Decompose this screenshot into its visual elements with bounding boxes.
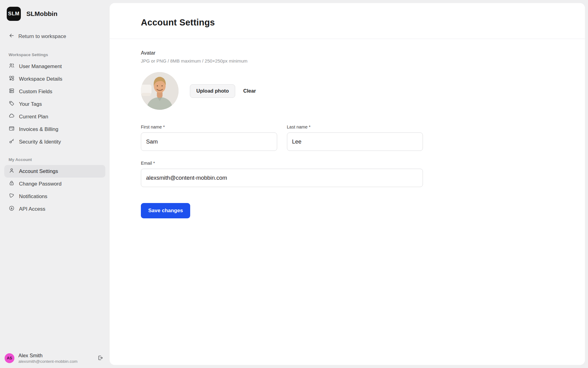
brand: SLM SLMobbin — [0, 7, 110, 21]
sidebar-item-label: Current Plan — [19, 114, 48, 120]
first-name-label: First name * — [141, 125, 277, 129]
key-icon — [9, 138, 15, 146]
sidebar: SLM SLMobbin Return to workspace Workspa… — [0, 0, 110, 368]
main-content: Account Settings Avatar JPG or PNG / 8MB… — [110, 3, 585, 365]
sidebar-item-label: Your Tags — [19, 101, 42, 107]
user-email: alexsmith@content-mobbin.com — [18, 359, 94, 364]
main-header: Account Settings — [110, 3, 585, 39]
upload-photo-button[interactable]: Upload photo — [190, 84, 235, 98]
my-account-nav: Account Settings Change Password Notific… — [0, 165, 110, 215]
sidebar-item-label: Change Password — [19, 181, 62, 187]
tag-icon — [9, 100, 15, 108]
first-name-field[interactable] — [141, 132, 277, 151]
sidebar-item-label: User Management — [19, 63, 62, 70]
email-group: Email * — [141, 161, 423, 187]
app-logo-text: SLM — [8, 11, 19, 17]
first-name-group: First name * — [141, 125, 277, 151]
workspace-grid-icon — [9, 75, 15, 83]
sidebar-item-notifications[interactable]: Notifications — [4, 190, 105, 203]
avatar-hint: JPG or PNG / 8MB maximum / 250×250px min… — [141, 58, 585, 63]
api-circle-arrow-icon — [9, 205, 15, 213]
sidebar-item-api-access[interactable]: API Access — [4, 203, 105, 215]
last-name-field[interactable] — [287, 132, 423, 151]
sidebar-item-label: Notifications — [19, 194, 47, 200]
sidebar-item-security-identity[interactable]: Security & Identity — [4, 136, 105, 148]
sidebar-item-change-password[interactable]: Change Password — [4, 178, 105, 190]
users-icon — [9, 63, 15, 70]
sidebar-item-label: Account Settings — [19, 168, 58, 174]
sidebar-item-label: API Access — [19, 206, 45, 212]
sidebar-item-label: Custom Fields — [19, 89, 52, 95]
last-name-group: Last name * — [287, 125, 423, 151]
page-title: Account Settings — [141, 17, 215, 28]
user-name: Alex Smith — [18, 353, 94, 358]
sidebar-item-label: Invoices & Billing — [19, 126, 58, 132]
save-changes-button[interactable]: Save changes — [141, 203, 190, 218]
notification-icon — [9, 193, 15, 200]
account-form: First name * Last name * Email * Save ch… — [141, 125, 423, 218]
arrow-left-icon — [9, 33, 15, 40]
cloud-icon — [9, 113, 15, 121]
sidebar-item-your-tags[interactable]: Your Tags — [4, 98, 105, 110]
user-initials: AS — [7, 356, 12, 360]
email-label: Email * — [141, 161, 423, 166]
lock-icon — [9, 180, 15, 188]
sidebar-item-label: Workspace Details — [19, 76, 62, 82]
sidebar-item-label: Security & Identity — [19, 139, 61, 145]
main-body: Avatar JPG or PNG / 8MB maximum / 250×25… — [110, 39, 585, 218]
sidebar-item-workspace-details[interactable]: Workspace Details — [4, 73, 105, 85]
last-name-label: Last name * — [287, 125, 423, 129]
sidebar-user-card: AS Alex Smith alexsmith@content-mobbin.c… — [0, 353, 110, 364]
user-icon — [9, 167, 15, 175]
clear-photo-button[interactable]: Clear — [243, 88, 256, 94]
avatar-label: Avatar — [141, 50, 585, 56]
avatar-row: Upload photo Clear — [141, 72, 585, 110]
custom-fields-icon — [9, 88, 15, 95]
app-name: SLMobbin — [26, 10, 57, 17]
name-row: First name * Last name * — [141, 125, 423, 151]
logout-button[interactable] — [97, 354, 104, 362]
section-label-my-account: My Account — [9, 157, 110, 162]
sidebar-item-account-settings[interactable]: Account Settings — [4, 165, 105, 178]
sidebar-item-current-plan[interactable]: Current Plan — [4, 110, 105, 123]
profile-photo — [141, 72, 179, 110]
sidebar-item-invoices-billing[interactable]: Invoices & Billing — [4, 123, 105, 136]
app-logo: SLM — [7, 7, 21, 21]
logout-icon — [97, 357, 104, 362]
email-field[interactable] — [141, 169, 423, 187]
workspace-settings-nav: User Management Workspace Details Custom… — [0, 60, 110, 148]
user-meta: Alex Smith alexsmith@content-mobbin.com — [18, 353, 94, 364]
sidebar-item-custom-fields[interactable]: Custom Fields — [4, 85, 105, 98]
user-avatar: AS — [5, 353, 14, 363]
credit-card-icon — [9, 125, 15, 133]
return-to-workspace-label: Return to workspace — [18, 33, 66, 40]
section-label-workspace-settings: Workspace Settings — [9, 52, 110, 57]
sidebar-item-user-management[interactable]: User Management — [4, 60, 105, 73]
return-to-workspace-link[interactable]: Return to workspace — [7, 31, 103, 41]
